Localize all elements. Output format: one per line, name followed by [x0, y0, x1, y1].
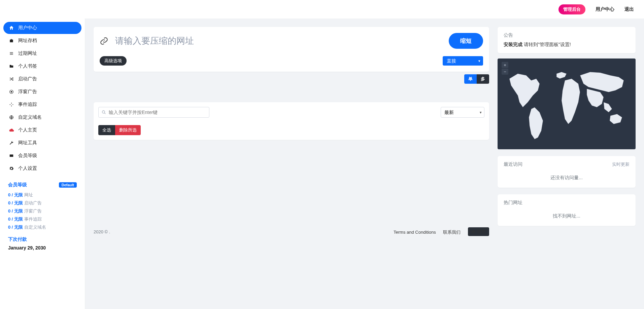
sidebar-item-label: 自定义域名	[18, 114, 42, 120]
select-all-button[interactable]: 全选	[98, 125, 115, 135]
sidebar-item-label: 会员等级	[18, 153, 37, 159]
admin-link[interactable]: 管理后台	[558, 4, 585, 14]
shorten-button[interactable]: 缩短	[449, 33, 483, 49]
mode-single-button[interactable]: 单	[464, 74, 477, 84]
hot-empty: 找不到网址...	[504, 211, 630, 221]
copyright: 2020 © .	[94, 229, 110, 234]
sidebar-item-label: 网址工具	[18, 140, 37, 146]
briefcase-icon	[8, 38, 15, 43]
cloud-icon	[8, 128, 15, 133]
sidebar-item-profile[interactable]: 个人主页	[3, 124, 81, 136]
next-payment-title: 下次付款	[8, 236, 77, 242]
folder-icon	[8, 64, 15, 69]
sidebar-item-label: 网址存档	[18, 38, 37, 44]
sidebar-item-label: 启动广告	[18, 76, 37, 82]
next-payment-date: January 29, 2030	[8, 245, 77, 250]
sidebar: 用户中心 网址存档 过期网址 个人书签 启动广告	[0, 18, 85, 309]
user-center-link[interactable]: 用户中心	[596, 6, 614, 12]
url-input[interactable]	[114, 34, 445, 48]
svg-point-3	[102, 111, 105, 113]
membership-title: 会员等级	[8, 182, 27, 188]
quota-row: 0 / 无限 网址	[8, 192, 77, 198]
search-icon	[102, 110, 106, 115]
globe-icon	[471, 230, 475, 234]
quota-row: 0 / 无限 浮窗广告	[8, 208, 77, 214]
list-icon	[8, 51, 15, 56]
search-input[interactable]	[98, 107, 209, 118]
svg-point-1	[11, 91, 12, 92]
sidebar-item-expired[interactable]: 过期网址	[3, 47, 81, 60]
sidebar-item-settings[interactable]: 个人设置	[3, 162, 81, 175]
quota-row: 0 / 无限 启动广告	[8, 200, 77, 206]
language-button[interactable]: 语言	[468, 227, 489, 236]
circle-icon	[8, 89, 15, 94]
announcement-card: 公告 安装完成 请转到"管理面板"设置!	[498, 27, 636, 53]
random-icon	[8, 77, 15, 81]
sidebar-item-overlay-ads[interactable]: 浮窗广告	[3, 86, 81, 98]
sidebar-item-user-center[interactable]: 用户中心	[3, 22, 81, 34]
contact-link[interactable]: 联系我们	[443, 230, 461, 235]
logout-link[interactable]: 退出	[624, 6, 634, 12]
sidebar-item-domains[interactable]: 自定义域名	[3, 111, 81, 123]
world-map-svg	[498, 59, 636, 149]
mode-multi-button[interactable]: 多	[477, 74, 489, 84]
quota-row: 0 / 无限 事件追踪	[8, 216, 77, 222]
sidebar-item-tracking[interactable]: 事件追踪	[3, 99, 81, 111]
recent-sub: 实时更新	[612, 161, 630, 167]
membership-section: 会员等级 Default 0 / 无限 网址0 / 无限 启动广告0 / 无限 …	[3, 175, 81, 250]
link-icon	[100, 37, 110, 45]
sidebar-item-label: 个人设置	[18, 165, 37, 171]
footer: 2020 © . Terms and Conditions 联系我们 语言	[94, 227, 489, 236]
sidebar-item-label: 过期网址	[18, 50, 37, 56]
membership-badge: Default	[59, 182, 77, 188]
sidebar-item-label: 浮窗广告	[18, 89, 37, 95]
topbar: 管理后台 用户中心 退出	[0, 0, 644, 18]
recent-title: 最近访问	[504, 161, 522, 167]
world-map: + −	[498, 59, 636, 149]
terms-link[interactable]: Terms and Conditions	[394, 230, 436, 235]
sidebar-item-archive[interactable]: 网址存档	[3, 35, 81, 47]
sidebar-item-label: 事件追踪	[18, 102, 37, 108]
redirect-type-select[interactable]: 直接	[443, 56, 483, 66]
list-card: 最新 全选删除所选	[94, 102, 489, 140]
hot-urls-card: 热门网址 找不到网址...	[498, 194, 636, 226]
card-icon	[8, 153, 15, 158]
wrench-icon	[8, 141, 15, 145]
advanced-options-button[interactable]: 高级选项	[100, 56, 127, 66]
announcement-text: 安装完成 请转到"管理面板"设置!	[504, 42, 630, 48]
shorten-card: 缩短 高级选项 直接	[94, 27, 489, 72]
sidebar-item-bookmarks[interactable]: 个人书签	[3, 60, 81, 72]
sort-select[interactable]: 最新	[441, 107, 484, 118]
delete-selected-button[interactable]: 删除所选	[115, 125, 141, 135]
hot-title: 热门网址	[504, 200, 522, 206]
sidebar-item-label: 用户中心	[18, 25, 37, 31]
crosshair-icon	[8, 102, 15, 107]
sidebar-item-membership[interactable]: 会员等级	[3, 150, 81, 162]
sidebar-item-tools[interactable]: 网址工具	[3, 137, 81, 149]
home-icon	[8, 25, 15, 31]
mode-toggle: 单 多	[94, 74, 489, 84]
announcement-title: 公告	[504, 32, 630, 38]
globe-icon	[8, 115, 15, 120]
sidebar-item-label: 个人书签	[18, 63, 37, 69]
sidebar-item-splash-ads[interactable]: 启动广告	[3, 73, 81, 85]
gear-icon	[8, 166, 15, 171]
sidebar-item-label: 个人主页	[18, 127, 37, 133]
quota-row: 0 / 无限 自定义域名	[8, 224, 77, 230]
recent-empty: 还没有访问量...	[504, 173, 630, 182]
recent-visits-card: 最近访问 实时更新 还没有访问量...	[498, 156, 636, 188]
